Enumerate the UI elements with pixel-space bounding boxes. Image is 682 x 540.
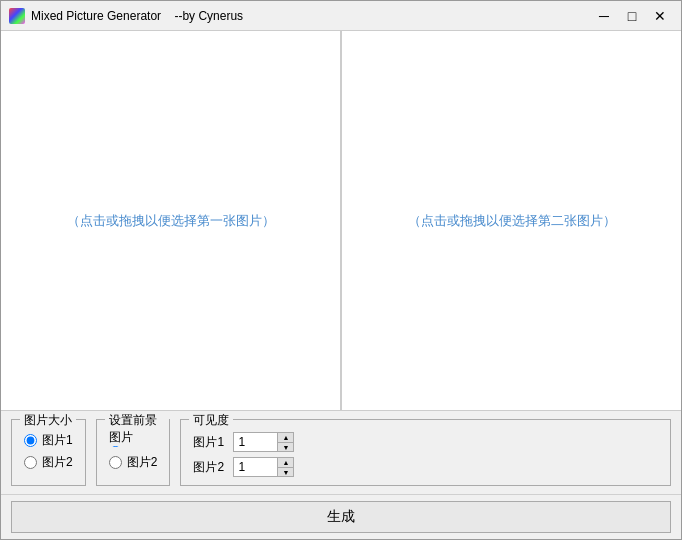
app-subtitle: --by Cynerus [174,9,243,23]
image-panel-right[interactable]: （点击或拖拽以便选择第二张图片） [342,31,681,410]
left-panel-placeholder: （点击或拖拽以便选择第一张图片） [67,212,275,230]
foreground-group: 设置前景图片 图片1 图片2 [96,419,171,486]
visibility-row-1: 图片1 ▲ ▼ [193,432,658,452]
spinner-down-1[interactable]: ▼ [278,442,294,452]
maximize-button[interactable]: □ [619,6,645,26]
foreground-radio-2[interactable] [109,456,122,469]
title-bar-text: Mixed Picture Generator --by Cynerus [31,9,591,23]
visibility-input-2[interactable] [233,457,278,477]
close-button[interactable]: ✕ [647,6,673,26]
spinner-1: ▲ ▼ [233,432,294,452]
visibility-label-2: 图片2 [193,459,225,476]
spinner-up-1[interactable]: ▲ [278,432,294,442]
generate-row: 生成 [1,495,681,539]
image-size-label-1: 图片1 [42,432,73,449]
visibility-content: 图片1 ▲ ▼ 图片2 [193,432,658,477]
bottom-controls: 图片大小 图片1 图片2 设置前景图片 [1,411,681,539]
app-window: Mixed Picture Generator --by Cynerus ─ □… [0,0,682,540]
visibility-group: 可见度 图片1 ▲ ▼ 图片2 [180,419,671,486]
visibility-label-1: 图片1 [193,434,225,451]
right-panel-placeholder: （点击或拖拽以便选择第二张图片） [408,212,616,230]
image-size-option-2[interactable]: 图片2 [24,454,73,471]
minimize-button[interactable]: ─ [591,6,617,26]
title-bar: Mixed Picture Generator --by Cynerus ─ □… [1,1,681,31]
image-size-title: 图片大小 [20,412,76,429]
image-size-radio-2[interactable] [24,456,37,469]
spinner-up-2[interactable]: ▲ [278,457,294,467]
image-size-radio-1[interactable] [24,434,37,447]
foreground-title: 设置前景图片 [105,412,170,446]
app-icon [9,8,25,24]
spinner-buttons-2: ▲ ▼ [278,457,294,477]
image-panel-left[interactable]: （点击或拖拽以便选择第一张图片） [1,31,340,410]
controls-row: 图片大小 图片1 图片2 设置前景图片 [1,411,681,495]
foreground-option-2[interactable]: 图片2 [109,454,158,471]
spinner-buttons-1: ▲ ▼ [278,432,294,452]
spinner-down-2[interactable]: ▼ [278,467,294,477]
generate-button[interactable]: 生成 [11,501,671,533]
main-image-area: （点击或拖拽以便选择第一张图片） （点击或拖拽以便选择第二张图片） [1,31,681,411]
image-size-label-2: 图片2 [42,454,73,471]
visibility-row-2: 图片2 ▲ ▼ [193,457,658,477]
image-size-content: 图片1 图片2 [24,432,73,471]
foreground-label-2: 图片2 [127,454,158,471]
visibility-input-1[interactable] [233,432,278,452]
image-size-group: 图片大小 图片1 图片2 [11,419,86,486]
image-size-option-1[interactable]: 图片1 [24,432,73,449]
window-controls: ─ □ ✕ [591,6,673,26]
visibility-title: 可见度 [189,412,233,429]
spinner-2: ▲ ▼ [233,457,294,477]
app-title: Mixed Picture Generator [31,9,161,23]
